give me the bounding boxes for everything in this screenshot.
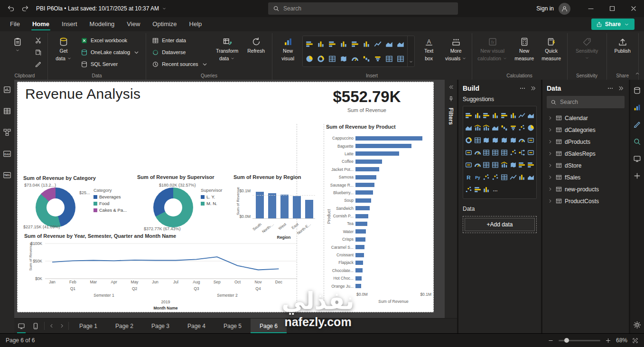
donut-chart-revenue-by-category[interactable]: Sum of Revenue by Category Category Beve…	[23, 175, 133, 234]
stacked-bar-chart-icon[interactable]	[304, 37, 315, 51]
collapse-pane-icon[interactable]	[530, 85, 537, 92]
waterfall-chart-icon[interactable]	[361, 51, 372, 66]
paginated-report-icon[interactable]	[482, 161, 490, 169]
text-box-button[interactable]: A Text box	[416, 33, 442, 69]
page-tab-page-2[interactable]: Page 2	[106, 319, 142, 333]
slicer-icon[interactable]	[482, 149, 490, 157]
more-options-icon[interactable]: …	[491, 186, 499, 194]
clustered-bar-chart-icon[interactable]	[327, 37, 338, 51]
stacked-column-chart-icon[interactable]	[474, 112, 482, 120]
chevron-right-icon[interactable]	[548, 115, 553, 121]
donut-chart-revenue-by-supervisor[interactable]: Sum of Revenue by Supervisor Supervisor …	[137, 174, 231, 233]
more-options-icon[interactable]	[519, 85, 526, 92]
ribbon-collapse-button[interactable]	[635, 71, 640, 78]
clustered-bar-chart-icon[interactable]	[482, 112, 490, 120]
stacked-bar-chart-icon[interactable]	[465, 112, 473, 120]
legend-item[interactable]: Food	[93, 201, 127, 206]
legend-item[interactable]: Beverages	[93, 194, 127, 199]
table-item-dSalesReps[interactable]: dSalesReps	[547, 148, 625, 159]
fields-search-input[interactable]	[560, 99, 621, 105]
transform-data-button[interactable]: Transform data	[213, 33, 242, 69]
map-icon[interactable]	[482, 136, 490, 144]
quick-measure-button[interactable]: Quick measure	[539, 33, 564, 69]
zoom-slider-thumb[interactable]	[564, 338, 569, 343]
stacked-area-chart-icon[interactable]	[465, 124, 473, 132]
gauge-icon[interactable]	[518, 136, 526, 144]
legend-item[interactable]: M. N.	[201, 201, 222, 206]
minimize-button[interactable]	[580, 0, 601, 17]
global-search-input[interactable]	[283, 5, 453, 12]
menu-file[interactable]: File	[4, 17, 26, 31]
100-stacked-column-chart-icon[interactable]	[361, 37, 372, 51]
r-script-visual-icon[interactable]: R	[465, 173, 473, 181]
custom-visual-icon[interactable]	[482, 186, 490, 194]
scatter-chart-icon[interactable]	[518, 124, 526, 132]
enter-data-button[interactable]: Enter data	[149, 35, 211, 46]
treemap-icon[interactable]	[327, 51, 338, 66]
page-tab-page-4[interactable]: Page 4	[178, 319, 215, 333]
matrix-icon[interactable]	[395, 51, 406, 66]
azure-map-icon[interactable]	[509, 136, 517, 144]
card-icon[interactable]	[527, 136, 535, 144]
gauge-icon[interactable]	[349, 51, 361, 66]
collapse-pane-icon[interactable]	[618, 85, 625, 92]
format-painter-button[interactable]	[32, 58, 45, 70]
line-and-clustered-column-chart-icon[interactable]	[482, 124, 490, 132]
chevron-right-icon[interactable]	[548, 127, 553, 132]
arcgis-map-icon[interactable]	[509, 161, 517, 169]
line-chart-revenue-by-month[interactable]: Sum of Revenue by Year, Semester, Quarte…	[24, 233, 325, 312]
report-view-button[interactable]	[3, 85, 11, 95]
matrix-icon[interactable]	[500, 149, 508, 157]
waterfall-chart-icon[interactable]	[500, 124, 508, 132]
smart-narrative-icon[interactable]	[465, 161, 473, 169]
dax-query-view-button[interactable]: DAX	[3, 150, 11, 159]
tornado-chart-icon[interactable]	[474, 186, 482, 194]
sankey-chart-icon[interactable]	[527, 173, 535, 181]
build-visual-pane-icon[interactable]	[633, 103, 641, 112]
map-icon[interactable]	[338, 51, 349, 66]
chevron-right-icon[interactable]	[548, 139, 553, 144]
new-visual-button[interactable]: New visual	[275, 33, 301, 69]
onelake-catalog-button[interactable]: OneLake catalog	[78, 47, 143, 58]
menu-modeling[interactable]: Modeling	[84, 17, 121, 31]
add-pane-icon[interactable]	[633, 172, 641, 180]
table-item-dStore[interactable]: dStore	[547, 159, 625, 171]
gantt-chart-icon[interactable]	[518, 161, 526, 169]
funnel-chart-icon[interactable]	[372, 51, 383, 66]
get-data-button[interactable]: Get data	[51, 33, 76, 69]
table-view-button[interactable]	[3, 107, 11, 117]
pin-icon[interactable]	[448, 96, 454, 102]
previous-page-button[interactable]	[46, 319, 56, 333]
model-view-button[interactable]	[3, 128, 11, 138]
excel-workbook-button[interactable]: Excel workbook	[78, 35, 143, 46]
pie-chart-icon[interactable]	[304, 51, 315, 66]
q-and-a-icon[interactable]	[527, 149, 535, 157]
python-visual-icon[interactable]: Py	[474, 173, 482, 181]
share-button[interactable]: Share	[591, 19, 635, 30]
add-data-button[interactable]: +Add data	[465, 218, 535, 231]
chevron-right-icon[interactable]	[548, 198, 553, 204]
power-apps-icon[interactable]	[491, 161, 499, 169]
clustered-column-chart-icon[interactable]	[491, 112, 499, 120]
report-canvas-page[interactable]: Revenue Analysis $552.79K Sum of Revenue…	[17, 82, 434, 312]
tmdl-view-button[interactable]: TMDL	[3, 171, 11, 181]
100-stacked-column-chart-icon[interactable]	[509, 112, 517, 120]
more-visuals-button[interactable]: More visuals	[443, 33, 469, 69]
key-influencers-icon[interactable]	[509, 149, 517, 157]
chevron-right-icon[interactable]	[548, 187, 553, 192]
sparkline-icon[interactable]	[509, 173, 517, 181]
undo-button[interactable]	[4, 1, 18, 16]
pie-chart-icon[interactable]	[527, 124, 535, 132]
new-measure-button[interactable]: New measure	[512, 33, 537, 69]
chevron-right-icon[interactable]	[548, 163, 553, 168]
page-tab-page-1[interactable]: Page 1	[70, 319, 106, 333]
stacked-column-chart-icon[interactable]	[315, 37, 327, 51]
histogram-icon[interactable]	[518, 173, 526, 181]
next-page-button[interactable]	[56, 319, 67, 333]
format-pane-icon[interactable]	[633, 121, 641, 129]
line-and-stacked-column-chart-icon[interactable]	[474, 124, 482, 132]
zoom-in-icon[interactable]	[605, 338, 611, 344]
area-chart-icon[interactable]	[383, 37, 395, 51]
metrics-icon[interactable]	[474, 161, 482, 169]
filled-map-icon[interactable]	[491, 136, 499, 144]
